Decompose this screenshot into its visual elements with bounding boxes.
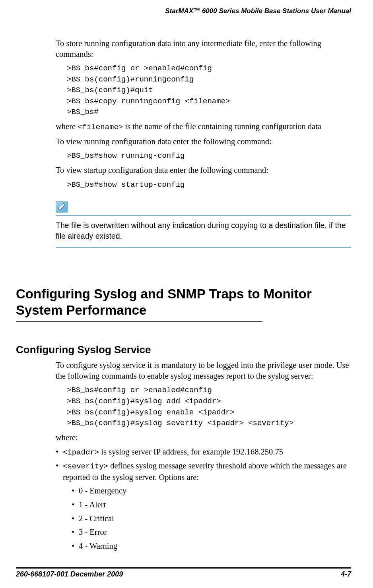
store-config-intro: To store running configuration data into…	[56, 38, 351, 59]
view-startup-intro: To view startup configuration data enter…	[56, 165, 351, 176]
footer-rule	[16, 567, 351, 569]
note-icon	[56, 201, 68, 213]
ipaddr-param: <ipaddr>	[63, 448, 99, 457]
section-heading-syslog-snmp: Configuring Syslog and SNMP Traps to Mon…	[16, 286, 351, 319]
store-config-commands: >BS_bs#config or >enabled#config >BS_bs(…	[67, 63, 351, 118]
cmd-line: >BS_bs(config)#syslog add <ipaddr>	[67, 396, 351, 407]
severity-param: <severity>	[63, 462, 108, 471]
cmd-line: >BS_bs#config or >enabled#config	[67, 385, 351, 396]
footer-doc-id: 260-668107-001 December 2009	[16, 570, 123, 578]
page-footer: 260-668107-001 December 2009 4-7	[16, 567, 351, 578]
view-startup-command: >BS_bs#show startup-config	[67, 180, 351, 191]
view-running-intro: To view running configuration data enter…	[56, 136, 351, 147]
page-header: StarMAX™ 6000 Series Mobile Base Station…	[165, 7, 351, 15]
cmd-line: >BS_bs(config)#syslog enable <ipaddr>	[67, 407, 351, 418]
cmd-line: >BS_bs#show running-config	[67, 151, 351, 162]
cmd-line: >BS_bs(config)#syslog severity <ipaddr> …	[67, 418, 351, 429]
text: is the name of the file containing runni…	[123, 122, 321, 131]
footer-page-number: 4-7	[341, 570, 351, 578]
cmd-line: >BS_bs#	[67, 107, 351, 118]
cmd-line: >BS_bs(config)#quit	[67, 85, 351, 96]
view-running-command: >BS_bs#show running-config	[67, 151, 351, 162]
text: where	[56, 122, 78, 131]
where-filename: where <filename> is the name of the file…	[56, 121, 351, 132]
cmd-line: >BS_bs(config)#runningconfig	[67, 74, 351, 85]
list-item: 0 - Emergency	[72, 485, 351, 497]
list-item: <ipaddr> is syslog server IP address, fo…	[56, 447, 351, 458]
cmd-line: >BS_bs#copy runningconfig <filename>	[67, 96, 351, 107]
list-item: 3 - Error	[72, 526, 351, 538]
note-text: The file is overwritten without any indi…	[56, 220, 351, 242]
list-item: <severity> defines syslog message severi…	[56, 460, 351, 552]
where-label: where:	[56, 432, 351, 443]
subsection-heading-syslog: Configuring Syslog Service	[16, 344, 351, 356]
text: is syslog server IP address, for example…	[99, 447, 283, 456]
cmd-line: >BS_bs#show startup-config	[67, 180, 351, 191]
list-item: 1 - Alert	[72, 499, 351, 511]
syslog-commands: >BS_bs#config or >enabled#config >BS_bs(…	[67, 385, 351, 429]
cmd-line: >BS_bs#config or >enabled#config	[67, 63, 351, 74]
note-divider-top	[56, 215, 351, 216]
note-box: The file is overwritten without any indi…	[56, 201, 351, 248]
where-list: <ipaddr> is syslog server IP address, fo…	[56, 447, 351, 551]
syslog-intro: To configure syslog service it is mandat…	[56, 360, 351, 381]
filename-param: <filename>	[78, 123, 123, 132]
severity-list: 0 - Emergency 1 - Alert 2 - Critical 3 -…	[72, 485, 351, 551]
page-content: To store running configuration data into…	[16, 36, 351, 554]
list-item: 2 - Critical	[72, 513, 351, 524]
list-item: 4 - Warning	[72, 540, 351, 552]
